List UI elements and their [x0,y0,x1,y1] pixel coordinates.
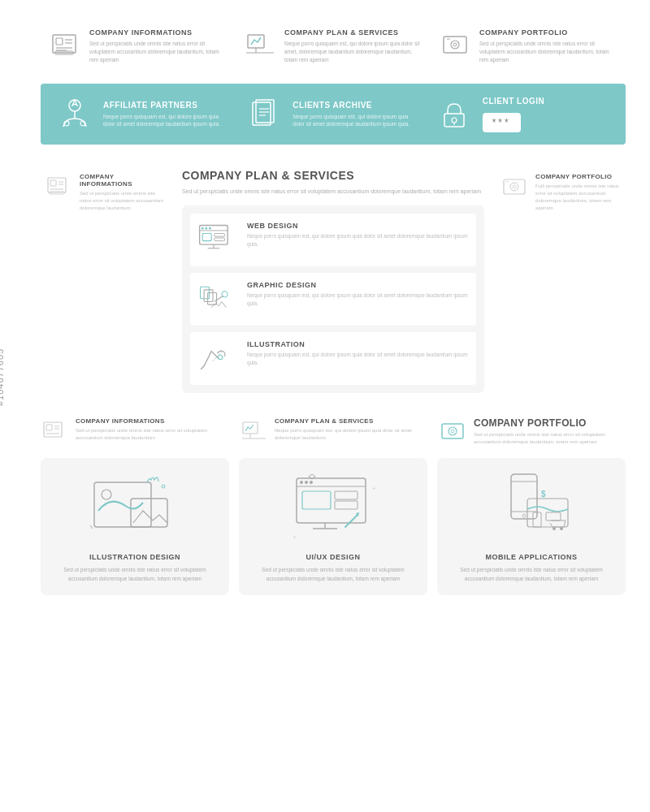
svg-rect-43 [204,290,213,302]
svg-point-73 [305,481,308,484]
bottom-text-1: COMPANY PLAN & SERVICES Neque porro quis… [275,417,427,442]
svg-text:$: $ [541,490,546,499]
bottom-col-2[interactable]: COMPANY PORTFOLIO Sed ut perspiciatis un… [439,417,626,446]
svg-point-41 [209,227,211,230]
svg-point-46 [222,292,228,297]
svg-line-48 [201,366,204,369]
side-text-info: COMPANY INFORMATIONS Sed ut perspiciatis… [80,173,166,212]
side-portfolio-desc: Fulli perspiciatis unde omnis iste natus… [535,183,622,212]
mobile-apps-icon: $ [483,470,580,543]
svg-rect-91 [546,512,561,520]
bottom-text-0: COMPANY INFORMATIONS Sed ut perspiciatis… [76,417,228,442]
svg-rect-59 [243,422,258,434]
company-plan-title: COMPANY PLAN & SERVICES [284,28,422,37]
nav-text-company-plan: COMPANY PLAN & SERVICES Neque porro quis… [284,28,422,63]
portfolio-card-illustration[interactable]: ILLUSTRATION DESIGN Sed ut perspiciatis … [41,458,229,595]
bottom-section: COMPANY INFORMATIONS Sed ut perspiciatis… [41,417,626,595]
svg-rect-77 [335,501,358,509]
service-item-illustration[interactable]: ILLUSTRATION Neque porro quisquam est, q… [190,332,476,385]
mobile-apps-desc: Sed ut perspiciatis unde omnis iste natu… [447,566,616,583]
svg-point-12 [453,43,457,46]
svg-rect-36 [214,238,225,241]
svg-rect-27 [50,180,56,186]
service-item-graphicdesign[interactable]: GRAPHIC DESIGN Neque porro quisquam est,… [190,273,476,326]
svg-point-93 [552,527,556,530]
middle-section: COMPANY INFORMATIONS Sed ut perspiciatis… [41,169,626,393]
side-nav-portfolio[interactable]: COMPANY PORTFOLIO Fulli perspiciatis und… [500,173,622,212]
center-featured-desc: Sed ut perspiciatis unde omnis iste natu… [182,187,484,196]
section1-row: COMPANY INFORMATIONS Sed ut perspiciatis… [41,16,626,76]
svg-point-40 [205,227,207,230]
mobile-apps-title: MOBILE APPLICATIONS [486,553,578,561]
graphicdesign-icon [197,281,237,317]
bottom-plan-icon [240,417,268,446]
svg-point-52 [513,185,516,188]
svg-text:+: + [372,485,376,492]
portfolio-card-mobile[interactable]: $ MOBILE APPLICATIONS Sed ut perspiciati… [437,458,626,595]
teal-item-affiliate[interactable]: AFFILIATE PARTNERS Neque porro quisquam … [57,96,230,132]
side-nav-info[interactable]: COMPANY INFORMATIONS Sed ut perspiciatis… [45,173,166,212]
services-box: WEB DESIGN Neque porro quisquam est, qui… [182,205,484,393]
svg-rect-75 [302,491,331,509]
company-portfolio-icon [439,28,471,61]
svg-rect-62 [442,424,463,438]
nav-item-company-info[interactable]: COMPANY INFORMATIONS Sed ut perspiciatis… [49,28,228,63]
clients-archive-icon [246,96,283,132]
client-login-title: CLIENT LOGIN [483,97,545,106]
clients-archive-title: CLIENTS ARCHIVE [292,101,419,110]
svg-point-74 [310,481,313,484]
svg-rect-55 [46,425,52,430]
svg-point-14 [69,100,80,111]
middle-right: COMPANY PORTFOLIO Fulli perspiciatis und… [496,169,626,220]
svg-point-11 [451,41,459,49]
webdesign-desc: Neque porro quisquam est, qui dolore ips… [247,232,470,248]
portfolio-card-uiux[interactable]: + + UI/UX DESIGN Sed ut perspiciatis und… [239,458,427,595]
svg-line-69 [90,525,93,529]
service-text-illustration: ILLUSTRATION Neque porro quisquam est, q… [247,340,470,367]
svg-line-45 [214,296,223,302]
bottom-desc-2: Sed ut perspiciatis unde omnis iste natu… [474,431,626,446]
illustration-icon [197,340,237,377]
bottom-col-0[interactable]: COMPANY INFORMATIONS Sed ut perspiciatis… [41,417,228,446]
side-text-portfolio: COMPANY PORTFOLIO Fulli perspiciatis und… [535,173,622,212]
client-login-password[interactable]: *** [483,113,521,132]
teal-item-login[interactable]: CLIENT LOGIN *** [436,96,609,132]
nav-text-company-info: COMPANY INFORMATIONS Sed ut perspiciatis… [89,28,228,63]
uiux-desc: Sed ut perspiciatis unde omnis iste natu… [249,566,418,583]
svg-line-80 [345,515,358,527]
bottom-info-icon [41,417,69,446]
teal-item-clients[interactable]: CLIENTS ARCHIVE Neque porro quisquam est… [246,96,419,132]
service-text-webdesign: WEB DESIGN Neque porro quisquam est, qui… [247,222,470,248]
svg-point-94 [560,527,563,530]
svg-point-51 [510,183,518,191]
svg-point-47 [218,356,222,360]
company-plan-icon [244,28,276,61]
teal-text-login: CLIENT LOGIN *** [483,97,545,132]
uiux-title: UI/UX DESIGN [306,553,360,561]
svg-point-24 [452,118,457,123]
company-info-desc: Sed ut perspiciatis unde omnis iste natu… [89,40,228,63]
illustration-desc: Neque porro quisquam est, qui dolore ips… [247,351,470,367]
illustration-design-desc: Sed ut perspiciatis unde omnis iste natu… [50,566,219,583]
nav-text-company-portfolio: COMPANY PORTFOLIO Sed ut perspiciatis un… [479,28,618,63]
nav-item-company-plan[interactable]: COMPANY PLAN & SERVICES Neque porro quis… [244,28,422,63]
bottom-title-1: COMPANY PLAN & SERVICES [275,417,427,425]
svg-rect-76 [335,491,358,499]
bottom-col-1[interactable]: COMPANY PLAN & SERVICES Neque porro quis… [240,417,427,446]
center-featured-title: COMPANY PLAN & SERVICES [182,169,484,182]
nav-item-company-portfolio[interactable]: COMPANY PORTFOLIO Sed ut perspiciatis un… [439,28,618,63]
illustration-design-icon [86,470,184,543]
webdesign-icon [197,222,237,258]
service-item-webdesign[interactable]: WEB DESIGN Neque porro quisquam est, qui… [190,214,476,266]
svg-point-88 [522,514,526,517]
svg-point-67 [102,490,111,499]
side-info-desc: Sed ut perspiciatis unde omnis iste natu… [80,190,166,212]
teal-section-row: AFFILIATE PARTNERS Neque porro quisquam … [41,84,626,145]
svg-rect-32 [200,226,228,245]
svg-rect-1 [56,38,63,45]
svg-rect-66 [131,499,167,527]
teal-text-clients: CLIENTS ARCHIVE Neque porro quisquam est… [292,101,419,129]
side-info-title: COMPANY INFORMATIONS [80,173,166,188]
clients-archive-desc: Neque porro quisquam est, qui dolore ips… [292,113,419,129]
svg-rect-34 [202,234,211,241]
